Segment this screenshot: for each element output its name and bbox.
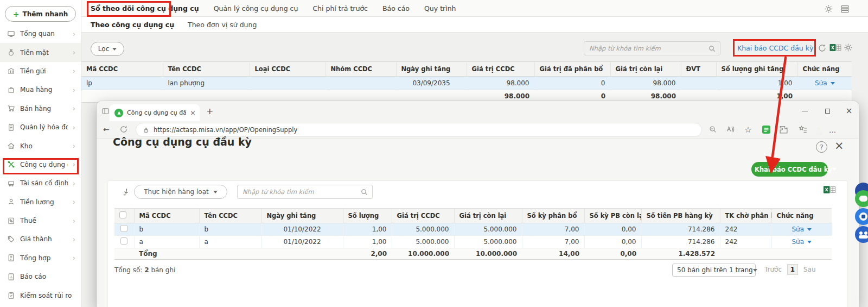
back-arrow-icon[interactable]: ← — [103, 125, 110, 134]
collapse-filter-icon[interactable] — [122, 187, 130, 196]
col-gia-tri-da-phan-bo[interactable]: Giá trị đã phân bổ — [534, 62, 610, 77]
community-support-icon[interactable] — [855, 226, 868, 243]
chat-support-icon[interactable] — [855, 190, 868, 207]
caret-down-icon[interactable] — [832, 166, 837, 173]
quick-add-label: Thêm nhanh — [22, 10, 68, 18]
col-dvt[interactable]: ĐVT — [681, 62, 716, 77]
sidebar-item-ban-hang[interactable]: Bán hàng› — [0, 99, 81, 118]
col-so-luong-ghi-tang[interactable]: Số lượng ghi tăng — [716, 62, 797, 77]
copilot-icon[interactable] — [844, 125, 854, 135]
col-chuc-nang[interactable]: Chức năng — [797, 62, 852, 77]
tab-so-theo-doi-ccdc[interactable]: Sổ theo dõi công cụ dụng cụ — [91, 4, 199, 12]
declare-ccdc-button[interactable]: Khai báo CCDC đầu kỳ — [751, 162, 828, 177]
browser-tab[interactable]: Công cụ dụng cụ đầu kỳ | Nhập s × — [110, 104, 200, 121]
search-icon — [708, 45, 716, 53]
row-checkbox[interactable] — [120, 225, 127, 232]
tab-search-layout-icon[interactable] — [101, 107, 110, 115]
select-all-checkbox[interactable] — [119, 211, 126, 218]
col-tk-cho-phan-bo[interactable]: TK chờ phân bổ — [720, 209, 771, 223]
zoom-out-icon[interactable] — [709, 125, 718, 135]
subtab-theo-don-vi[interactable]: Theo đơn vị sử dụng — [188, 21, 257, 29]
sidebar-item-tong-hop[interactable]: Tổng hợp› — [0, 249, 81, 267]
profile-avatar[interactable] — [814, 125, 824, 135]
read-aloud-icon[interactable] — [726, 125, 736, 135]
edit-row-action[interactable]: Sửa — [815, 79, 835, 87]
edit-row-action[interactable]: Sửa — [792, 238, 812, 246]
row-checkbox[interactable] — [120, 237, 127, 245]
messenger-support-icon[interactable] — [855, 208, 868, 225]
sidebar-item-kiem-soat-rui-ro[interactable]: Kiểm soát rủi ro — [0, 286, 81, 304]
collections-icon[interactable] — [799, 125, 808, 135]
window-maximize-button[interactable] — [819, 101, 835, 121]
col-ten-ccdc[interactable]: Tên CCDC — [163, 62, 250, 77]
sidebar-item-thue[interactable]: Thuế› — [0, 211, 81, 230]
sidebar-item-quan-ly-hoa-don[interactable]: Quản lý hóa đơn› — [0, 118, 81, 136]
page-size-select[interactable]: 50 bản ghi trên 1 trang — [672, 264, 756, 277]
col-so-ky-pb-con-lai[interactable]: Số kỳ PB còn lại — [584, 209, 641, 223]
col-gia-tri-con-lai[interactable]: Giá trị còn lại — [610, 62, 681, 77]
tab-quan-ly-ccdc[interactable]: Quản lý công cụ dụng cụ — [214, 4, 298, 12]
batch-action-button[interactable]: Thực hiện hàng loạt — [134, 185, 227, 199]
window-close-button[interactable]: × — [841, 101, 857, 121]
quick-add-button[interactable]: + Thêm nhanh — [5, 6, 76, 22]
search-input[interactable] — [584, 42, 720, 55]
col-so-tien-pb-hang-ky[interactable]: Số tiền PB hàng kỳ — [641, 209, 720, 223]
subtab-theo-ccdc[interactable]: Theo công cụ dụng cụ — [91, 21, 174, 29]
extensions-puzzle-icon[interactable] — [779, 125, 789, 135]
sidebar-item-tien-gui[interactable]: Tiền gửi› — [0, 62, 81, 80]
col-loai-ccdc[interactable]: Loại CCDC — [250, 62, 326, 77]
table-settings-gear-icon[interactable] — [844, 43, 853, 52]
sidebar-item-tong-quan[interactable]: Tổng quan› — [0, 24, 81, 43]
browser-menu-icon[interactable]: … — [829, 126, 839, 136]
sidebar-item-kho[interactable]: Kho› — [0, 136, 81, 155]
sidebar-item-tien-mat[interactable]: Tiền mặt› — [0, 43, 81, 61]
favorite-star-icon[interactable]: ☆ — [743, 125, 753, 135]
chevron-right-icon: › — [73, 236, 75, 243]
window-minimize-button[interactable] — [796, 101, 813, 121]
col-ten-ccdc[interactable]: Tên CCDC — [199, 209, 261, 223]
col-ngay-ghi-tang[interactable]: Ngày ghi tăng — [396, 62, 467, 77]
sidebar-item-bao-cao[interactable]: Báo cáo — [0, 267, 81, 286]
col-gia-tri-ccdc[interactable]: Giá trị CCDC — [467, 62, 534, 77]
col-chuc-nang[interactable]: Chức năng — [771, 209, 832, 223]
pagination-prev[interactable]: Trước — [764, 266, 782, 273]
table-row[interactable]: a a 01/10/2022 1,00 5.000.000 5.000.000 … — [114, 236, 832, 248]
help-icon[interactable]: ? — [816, 141, 827, 153]
sidebar-item-mua-hang[interactable]: Mua hàng› — [0, 80, 81, 99]
sidebar-item-gia-thanh[interactable]: Giá thành› — [0, 230, 81, 248]
refresh-icon[interactable] — [818, 43, 827, 53]
url-bar[interactable]: https://actasp.misa.vn/app/OP/OpeningSup… — [136, 123, 702, 137]
new-tab-icon[interactable]: + — [206, 106, 213, 116]
tab-quy-trinh[interactable]: Quy trình — [424, 4, 456, 12]
popup-search-input[interactable] — [238, 185, 372, 198]
popup-content-card: Thực hiện hàng loạt Mã CCDC Tên CCDC Ngà… — [107, 180, 848, 307]
popup-export-excel-icon[interactable] — [823, 184, 836, 195]
declare-ccdc-link[interactable]: Khai báo CCDC đầu kỳ — [737, 44, 813, 52]
settings-gear-icon[interactable] — [824, 4, 833, 14]
col-so-ky-phan-bo[interactable]: Số kỳ phân bổ — [522, 209, 584, 223]
filter-button[interactable]: Lọc — [91, 42, 124, 56]
export-excel-icon[interactable] — [829, 42, 841, 53]
sidebar-item-tien-luong[interactable]: Tiền lương› — [0, 193, 81, 211]
page-refresh-icon[interactable] — [119, 125, 128, 134]
table-row[interactable]: b b 01/10/2022 1,00 5.000.000 5.000.000 … — [114, 223, 832, 236]
sidebar-item-tai-san-co-dinh[interactable]: Tài sản cố định› — [0, 174, 81, 192]
popup-close-icon[interactable]: × — [834, 139, 844, 152]
col-gia-tri-ccdc[interactable]: Giá trị CCDC — [392, 209, 454, 223]
col-ma-ccdc[interactable]: Mã CCDC — [81, 62, 163, 77]
col-nhom-ccdc[interactable]: Nhóm CCDC — [326, 62, 396, 77]
table-row[interactable]: lp lan phượng 03/09/2035 98.000 0 98.000… — [81, 77, 852, 90]
site-extension-icon[interactable] — [762, 125, 771, 135]
pagination-page-1[interactable]: 1 — [787, 264, 798, 275]
sidebar-item-cong-cu-dung-cu[interactable]: Công cụ dụng cụ› — [0, 155, 81, 174]
edit-row-action[interactable]: Sửa — [792, 225, 812, 233]
col-ngay-ghi-tang[interactable]: Ngày ghi tăng — [261, 209, 343, 223]
col-so-luong[interactable]: Số lượng — [343, 209, 392, 223]
list-view-icon[interactable] — [840, 4, 850, 14]
col-gia-tri-con-lai[interactable]: Giá trị còn lại — [454, 209, 522, 223]
col-ma-ccdc[interactable]: Mã CCDC — [134, 209, 199, 223]
pagination-next[interactable]: Sau — [803, 266, 816, 273]
tab-bao-cao[interactable]: Báo cáo — [382, 4, 410, 12]
tab-close-icon[interactable]: × — [190, 109, 196, 116]
tab-chi-phi-tra-truoc[interactable]: Chi phí trả trước — [312, 4, 368, 12]
